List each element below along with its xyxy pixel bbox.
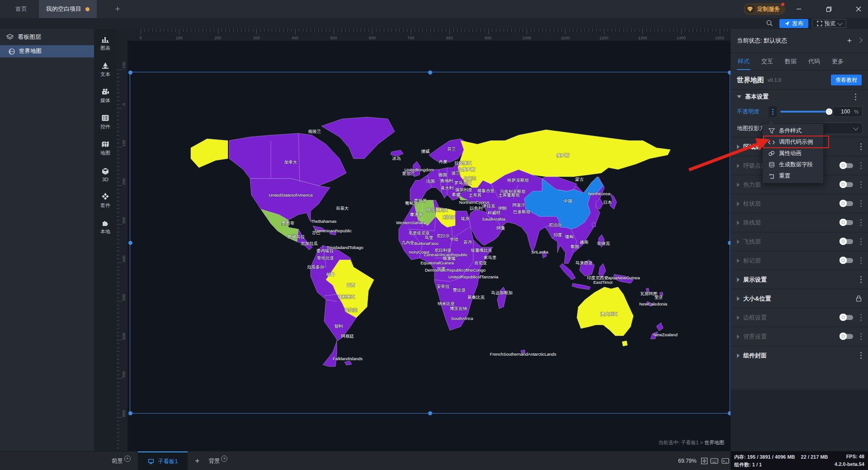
more-icon[interactable] (860, 336, 862, 337)
background-tab[interactable]: 背景 + (204, 451, 232, 470)
dock-item-media[interactable]: 媒体 (94, 84, 117, 108)
toggle-off[interactable] (841, 201, 853, 206)
country-sumatra[interactable] (560, 263, 576, 280)
svg-text:SriLanka: SriLanka (531, 249, 548, 254)
subboard-tab-active[interactable]: 子看板1 (138, 451, 188, 470)
more-icon[interactable] (860, 203, 862, 204)
section-row-边框设置[interactable]: 边框设置 (731, 308, 868, 327)
country-java[interactable] (572, 283, 590, 290)
dock-item-cube[interactable]: 3D (94, 163, 117, 186)
toggle-off[interactable] (841, 334, 853, 339)
section-row-标记层[interactable]: 标记层 (731, 251, 868, 270)
country-falkland[interactable] (344, 361, 352, 365)
tab-home[interactable]: 首页 (10, 0, 33, 18)
svg-text:丹麦: 丹麦 (439, 159, 448, 164)
selection-hint-path: 当前选中: 子看板1 > (658, 440, 703, 445)
world-map-component[interactable]: 格陵兰冰岛加拿大UnitedStatesofAmerica墨西哥古巴TheBah… (136, 77, 692, 375)
dock-item-text[interactable]: 文本 (94, 58, 117, 81)
country-russia[interactable] (458, 130, 670, 188)
search-icon[interactable] (766, 19, 774, 27)
inspector-tab-数据[interactable]: 数据 (785, 53, 797, 70)
slider-knob[interactable] (826, 108, 832, 115)
svg-text:哥伦比亚: 哥伦比亚 (317, 255, 335, 260)
more-icon[interactable] (860, 222, 862, 223)
app-version: 4.2.0-beta.54 (835, 461, 864, 467)
country-nz-north[interactable] (656, 323, 663, 331)
add-background-icon[interactable]: + (221, 456, 227, 462)
section-row-路线层[interactable]: 路线层 (731, 213, 868, 232)
inspector-tab-交互[interactable]: 交互 (761, 53, 773, 70)
menu-item-属性动画[interactable]: 属性动画 (763, 148, 823, 159)
layer-item-world-map[interactable]: 世界地图 (0, 45, 94, 57)
more-icon[interactable] (860, 165, 862, 166)
inspector-tab-更多[interactable]: 更多 (832, 53, 844, 70)
fps-label: FPS: (846, 454, 858, 459)
toggle-off[interactable] (841, 163, 853, 168)
menu-item-重置[interactable]: 重置 (763, 170, 823, 182)
toggle-off[interactable] (841, 182, 853, 187)
chevron-right-icon[interactable] (857, 38, 862, 42)
more-icon[interactable] (860, 241, 862, 242)
svg-text:NewCaledonia: NewCaledonia (639, 301, 668, 306)
add-board-button[interactable]: + (190, 456, 204, 465)
add-foreground-icon[interactable]: + (124, 456, 131, 462)
country-iceland[interactable] (391, 150, 403, 156)
dock-item-kit[interactable]: 套件 (94, 189, 117, 212)
foreground-tab[interactable]: 前景 + (107, 451, 135, 470)
toggle-off[interactable] (841, 258, 853, 263)
dock-item-widget[interactable]: 控件 (94, 110, 117, 134)
toggle-off[interactable] (841, 239, 853, 244)
section-row-飞线层[interactable]: 飞线层 (731, 232, 868, 251)
publish-button[interactable]: 发布 (779, 19, 808, 28)
fit-screen-icon[interactable] (700, 456, 709, 465)
country-tasmania[interactable] (622, 341, 627, 346)
svg-text:以色列: 以色列 (470, 206, 483, 211)
svg-text:BurkinaFaso: BurkinaFaso (414, 241, 438, 246)
more-icon[interactable] (855, 96, 856, 98)
more-icon[interactable] (860, 146, 862, 147)
opacity-menu-button[interactable] (769, 106, 777, 117)
tab-project-active[interactable]: 我的空白项目 (39, 0, 97, 18)
zoom-level[interactable]: 69.79% (678, 451, 697, 470)
caret-right-icon (737, 277, 740, 282)
dock-item-mapicon[interactable]: 地图 (94, 136, 117, 160)
country-central-america[interactable] (297, 229, 312, 250)
preview-button[interactable]: 预览 (812, 19, 846, 28)
toggle-off[interactable] (841, 315, 853, 320)
console-icon[interactable] (721, 456, 730, 465)
section-row-展示设置[interactable]: 展示设置 (731, 270, 868, 289)
opacity-slider[interactable] (780, 111, 829, 113)
shortcut-keys-icon[interactable] (710, 456, 719, 465)
custom-service-badge[interactable]: 定制服务 (744, 3, 785, 15)
country-alaska[interactable] (191, 139, 228, 168)
lock-icon[interactable] (856, 295, 862, 302)
new-tab-button[interactable]: + (112, 4, 123, 14)
menu-item-生成数据字段[interactable]: 生成数据字段 (763, 159, 823, 170)
more-icon[interactable] (860, 260, 862, 261)
tutorial-button[interactable]: 查看教程 (831, 75, 862, 85)
canvas[interactable]: 0100200300400500600700800900100011001200… (117, 29, 731, 451)
add-state-button[interactable]: + (847, 36, 852, 45)
opacity-input[interactable]: 100 % (833, 106, 863, 117)
more-icon[interactable] (860, 355, 862, 356)
section-row-大小&位置[interactable]: 大小&位置 (731, 289, 868, 308)
inspector-tab-样式[interactable]: 样式 (738, 53, 750, 70)
inspector-tab-代码[interactable]: 代码 (808, 53, 820, 70)
dock-item-puzzle[interactable]: 本地 (94, 215, 117, 239)
more-icon[interactable] (860, 279, 862, 280)
svg-text:安哥拉: 安哥拉 (437, 284, 450, 289)
close-icon[interactable] (852, 5, 865, 14)
section-row-背景设置[interactable]: 背景设置 (731, 327, 868, 346)
dock-item-chart[interactable]: 图表 (94, 32, 117, 55)
more-icon[interactable] (860, 317, 862, 318)
minimize-button[interactable] (792, 5, 806, 14)
basic-settings-header[interactable]: 基本设置 (731, 90, 868, 103)
toggle-off[interactable] (841, 220, 853, 225)
window-titlebar: 首页 我的空白项目 + 定制服务 (0, 0, 868, 18)
menu-item-调用代码示例[interactable]: 调用代码示例 (763, 136, 823, 148)
menu-item-条件样式[interactable]: 条件样式 (763, 125, 823, 136)
more-icon[interactable] (860, 184, 862, 185)
restore-button[interactable] (822, 5, 835, 14)
section-row-组件封面[interactable]: 组件封面 (731, 346, 868, 365)
section-row-柱状层[interactable]: 柱状层 (731, 194, 868, 213)
